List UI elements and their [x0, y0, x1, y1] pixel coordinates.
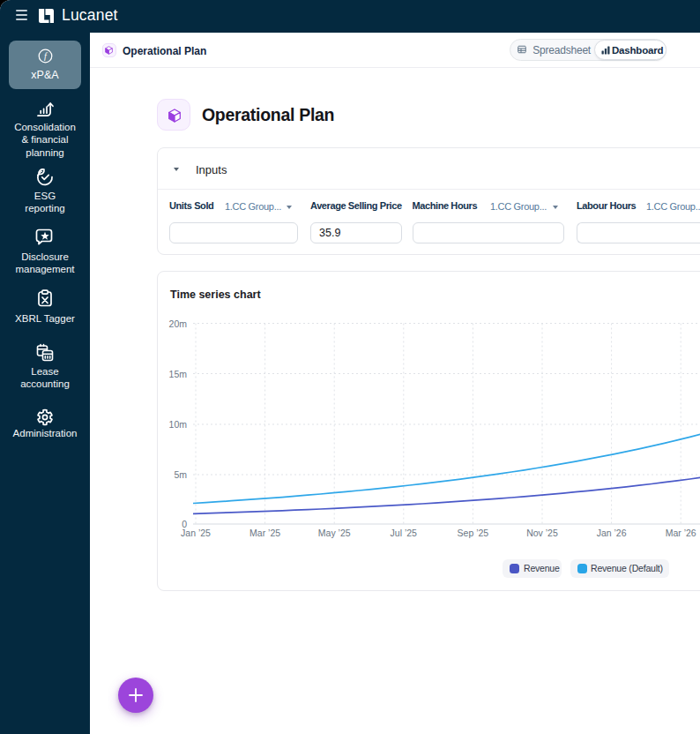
- svg-text:f: f: [44, 51, 48, 61]
